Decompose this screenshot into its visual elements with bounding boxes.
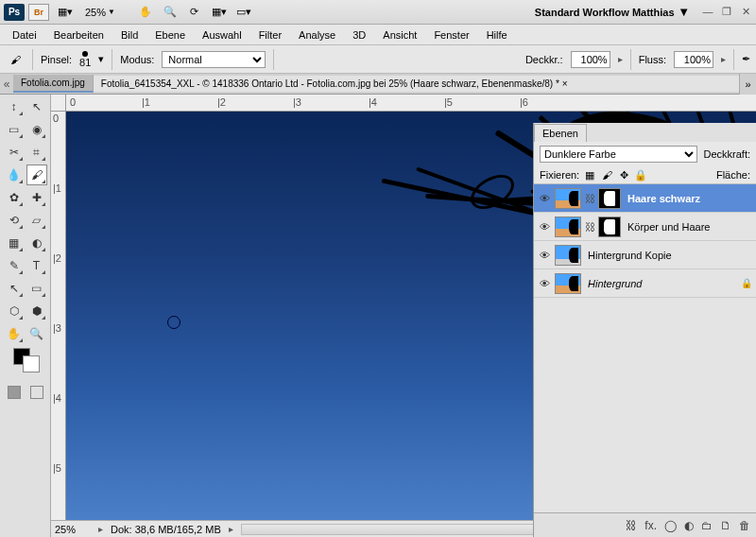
ruler-vertical[interactable]: 0|1|2|3|4|5 xyxy=(51,112,66,520)
layer-mask-thumb[interactable] xyxy=(598,217,621,237)
status-info-flyout-icon[interactable]: ▸ xyxy=(229,524,233,534)
tab-fotolia-xxl[interactable]: Fotolia_6415354_XXL - © 1418336 Ontario … xyxy=(94,76,756,92)
lock-pixels-icon[interactable]: 🖌 xyxy=(600,168,613,182)
flow-input[interactable] xyxy=(674,51,713,68)
mask-link-icon[interactable]: ⛓ xyxy=(585,221,594,233)
layer-style-icon[interactable]: fx. xyxy=(644,519,657,532)
rotate-icon[interactable]: ⟳ xyxy=(187,5,202,20)
menu-filter[interactable]: Filter xyxy=(252,26,288,43)
adjustment-layer-icon[interactable]: ◐ xyxy=(684,519,694,532)
brush-dropdown-icon[interactable]: ▾ xyxy=(98,53,104,65)
tool-preset-icon[interactable]: 🖌 xyxy=(6,50,25,69)
layer-thumb[interactable] xyxy=(555,217,581,237)
hand-tool[interactable]: ✋ xyxy=(4,323,25,344)
shape-tool[interactable]: ▭ xyxy=(26,278,47,299)
new-group-icon[interactable]: 🗀 xyxy=(701,519,713,532)
menu-ebene[interactable]: Ebene xyxy=(148,26,192,43)
pen-tool[interactable]: ✎ xyxy=(4,255,25,276)
3d-tool[interactable]: ⬡ xyxy=(4,301,25,321)
layer-thumb[interactable] xyxy=(555,273,581,294)
move-tool[interactable]: ↕ xyxy=(4,96,25,117)
history-brush-tool[interactable]: ⟲ xyxy=(4,210,25,231)
menu-3d[interactable]: 3D xyxy=(346,26,372,43)
healing-tool[interactable]: ✚ xyxy=(26,187,47,208)
slice-tool[interactable]: ⌗ xyxy=(26,142,47,163)
selection-tool[interactable]: ↖ xyxy=(26,96,47,117)
crop-tool[interactable]: ✂ xyxy=(4,142,25,163)
type-tool[interactable]: T xyxy=(26,255,47,276)
layer-name[interactable]: Haare schwarz xyxy=(627,193,700,204)
workspace-switcher[interactable]: Standard Workflow Matthias ▼ xyxy=(535,5,690,19)
mini-bridge-button[interactable]: ▦▾ xyxy=(53,4,77,21)
blend-mode-select[interactable]: Normal xyxy=(162,51,266,68)
menu-auswahl[interactable]: Auswahl xyxy=(196,26,249,43)
menu-datei[interactable]: Datei xyxy=(6,26,43,43)
visibility-icon[interactable]: 👁 xyxy=(538,249,551,262)
3d-camera-tool[interactable]: ⬢ xyxy=(26,301,47,321)
new-layer-icon[interactable]: 🗋 xyxy=(720,519,731,532)
screen-mode-icon[interactable]: ▭▾ xyxy=(236,5,251,20)
layer-hintergrund-kopie[interactable]: 👁 Hintergrund Kopie xyxy=(534,241,756,269)
layer-mask-thumb[interactable] xyxy=(598,188,621,209)
layer-haare-schwarz[interactable]: 👁 ⛓ Haare schwarz xyxy=(534,184,756,213)
menu-fenster[interactable]: Fenster xyxy=(427,26,475,43)
mask-link-icon[interactable]: ⛓ xyxy=(585,193,594,204)
layer-name[interactable]: Hintergrund xyxy=(588,278,642,289)
menu-hilfe[interactable]: Hilfe xyxy=(480,26,514,43)
visibility-icon[interactable]: 👁 xyxy=(538,220,551,234)
menu-bild[interactable]: Bild xyxy=(114,26,145,43)
layer-hintergrund[interactable]: 👁 Hintergrund 🔒 xyxy=(534,269,756,298)
path-tool[interactable]: ↖ xyxy=(4,278,25,299)
tab-fotolia[interactable]: Fotolia.com.jpg xyxy=(13,75,94,93)
restore-button[interactable]: ❐ xyxy=(720,6,733,19)
layer-name[interactable]: Hintergrund Kopie xyxy=(588,250,672,261)
visibility-icon[interactable]: 👁 xyxy=(538,277,551,290)
lock-transparency-icon[interactable]: ▦ xyxy=(583,168,596,182)
photoshop-logo: Ps xyxy=(4,4,25,21)
quick-mask-toggle[interactable] xyxy=(8,386,43,399)
lock-position-icon[interactable]: ✥ xyxy=(617,168,630,182)
brush-tool[interactable]: 🖌 xyxy=(26,165,47,185)
brush-preview[interactable]: 81 xyxy=(79,51,91,68)
menu-analyse[interactable]: Analyse xyxy=(292,26,342,43)
opacity-flyout-icon[interactable]: ▸ xyxy=(618,54,623,64)
hand-icon[interactable]: ✋ xyxy=(138,5,153,20)
zoom-tool[interactable]: 🔍 xyxy=(26,323,47,344)
tab-scroll-right-icon[interactable]: » xyxy=(739,74,756,95)
add-mask-icon[interactable]: ◯ xyxy=(664,519,677,532)
eyedropper-tool[interactable]: 💧 xyxy=(4,165,25,185)
status-zoom[interactable]: 25% xyxy=(55,524,91,535)
opacity-input[interactable] xyxy=(571,51,610,68)
airbrush-icon[interactable]: ✒ xyxy=(742,53,750,65)
bucket-tool[interactable]: ◐ xyxy=(26,233,47,253)
lasso-tool[interactable]: ◉ xyxy=(26,119,47,140)
bridge-button[interactable]: Br xyxy=(28,4,49,21)
flow-flyout-icon[interactable]: ▸ xyxy=(721,54,726,64)
background-color[interactable] xyxy=(23,355,40,372)
ruler-origin[interactable] xyxy=(51,95,66,112)
ruler-horizontal[interactable]: 0|1|2|3|4|5|6 xyxy=(66,95,756,112)
layer-thumb[interactable] xyxy=(555,188,581,209)
clone-tool[interactable]: ✿ xyxy=(4,187,25,208)
gradient-tool[interactable]: ▦ xyxy=(4,233,25,253)
panel-tab-ebenen[interactable]: Ebenen xyxy=(534,124,587,142)
menu-bearbeiten[interactable]: Bearbeiten xyxy=(47,26,111,43)
layer-koerper-haare[interactable]: 👁 ⛓ Körper und Haare xyxy=(534,213,756,241)
marquee-tool[interactable]: ▭ xyxy=(4,119,25,140)
close-button[interactable]: ✕ xyxy=(739,6,752,19)
zoom-icon[interactable]: 🔍 xyxy=(163,5,178,20)
arrange-icon[interactable]: ▦▾ xyxy=(212,5,227,20)
link-layers-icon[interactable]: ⛓ xyxy=(626,519,637,532)
tab-scroll-left-icon[interactable]: « xyxy=(0,75,13,94)
layer-blend-select[interactable]: Dunklere Farbe xyxy=(540,146,697,163)
layer-thumb[interactable] xyxy=(555,245,581,266)
delete-layer-icon[interactable]: 🗑 xyxy=(739,519,750,532)
status-zoom-flyout-icon[interactable]: ▸ xyxy=(98,524,103,534)
layer-name[interactable]: Körper und Haare xyxy=(627,221,710,233)
lock-all-icon[interactable]: 🔒 xyxy=(634,168,647,182)
zoom-dropdown[interactable]: 25%▼ xyxy=(85,7,115,18)
visibility-icon[interactable]: 👁 xyxy=(538,192,551,205)
menu-ansicht[interactable]: Ansicht xyxy=(376,26,423,43)
eraser-tool[interactable]: ▱ xyxy=(26,210,47,231)
minimize-button[interactable]: — xyxy=(701,6,714,19)
